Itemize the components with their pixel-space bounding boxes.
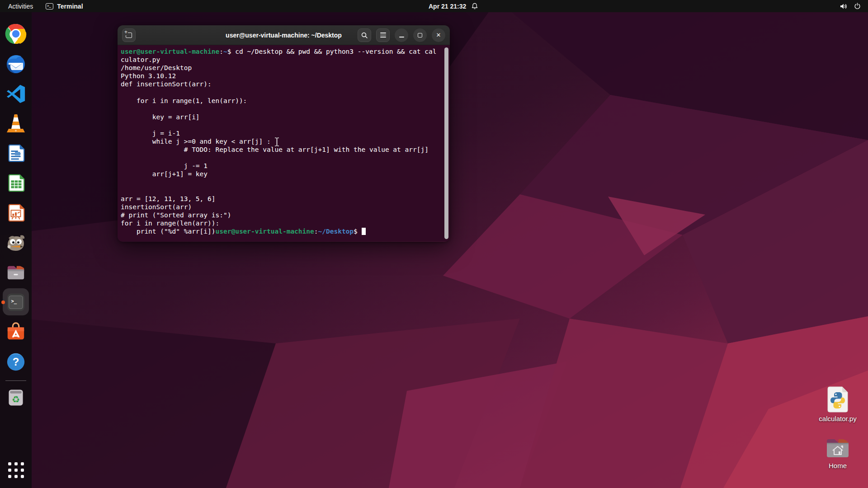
libreoffice-writer-icon	[5, 143, 26, 164]
maximize-icon	[418, 33, 422, 38]
app-grid-icon	[8, 462, 24, 478]
dock-item-chrome[interactable]	[0, 19, 32, 49]
minimize-icon	[399, 37, 404, 38]
menu-button[interactable]	[376, 28, 390, 42]
terminal-scrollbar[interactable]	[444, 47, 448, 239]
dock-item-libreoffice-impress[interactable]	[0, 198, 32, 228]
maximize-button[interactable]	[413, 28, 427, 42]
new-tab-button[interactable]	[122, 28, 136, 42]
search-icon	[361, 32, 368, 38]
dock-item-thunderbird[interactable]	[0, 49, 32, 79]
vscode-icon	[5, 83, 26, 104]
close-icon: ✕	[436, 32, 441, 38]
desktop-icon-home[interactable]: Home	[815, 436, 860, 469]
dock-item-vlc[interactable]	[0, 108, 32, 138]
terminal-body[interactable]: user@user-virtual-machine:~$ cd ~/Deskto…	[118, 45, 450, 241]
minimize-button[interactable]	[395, 28, 408, 42]
terminal-text: user@user-virtual-machine:~$ cd ~/Deskto…	[121, 47, 443, 235]
focused-app-menu[interactable]: >_ Terminal	[41, 0, 87, 12]
files-icon	[5, 262, 26, 283]
dock-item-vscode[interactable]	[0, 79, 32, 108]
svg-text:>_: >_	[11, 298, 17, 304]
show-applications-button[interactable]	[0, 457, 32, 483]
search-button[interactable]	[358, 28, 371, 42]
power-icon	[854, 3, 861, 9]
clock-text: Apr 21 21:32	[429, 3, 466, 10]
svg-text:♻: ♻	[12, 394, 20, 405]
dock-item-libreoffice-writer[interactable]	[0, 138, 32, 168]
close-button[interactable]: ✕	[432, 28, 445, 42]
hamburger-icon	[380, 33, 386, 38]
top-bar: Activities >_ Terminal Apr 21 21:32	[0, 0, 868, 12]
volume-icon	[840, 3, 848, 9]
terminal-app-icon: >_	[46, 3, 53, 9]
vlc-icon	[5, 113, 27, 134]
terminal-header-bar[interactable]: user@user-virtual-machine: ~/Desktop ✕	[118, 25, 450, 45]
gimp-icon	[5, 232, 27, 253]
libreoffice-calc-icon	[5, 173, 26, 193]
python-file-icon	[826, 386, 849, 413]
focused-app-name: Terminal	[57, 3, 83, 10]
dock-item-terminal[interactable]: >_	[0, 287, 32, 317]
activities-button[interactable]: Activities	[0, 0, 41, 12]
trash-icon: ♻	[6, 387, 26, 408]
terminal-icon: >_	[5, 292, 26, 313]
new-tab-icon	[126, 33, 132, 38]
desktop-icon-label: Home	[829, 462, 847, 469]
notification-bell-icon	[472, 3, 478, 9]
system-status-menu[interactable]	[836, 0, 864, 12]
dock-item-files[interactable]	[0, 258, 32, 287]
svg-text:?: ?	[13, 356, 19, 368]
dock: >_ ? ♻	[0, 12, 32, 488]
help-icon: ?	[5, 352, 26, 372]
dock-item-ubuntu-software[interactable]	[0, 317, 32, 347]
dock-running-indicator	[1, 300, 5, 304]
clock-menu[interactable]: Apr 21 21:32	[429, 0, 478, 12]
terminal-window: user@user-virtual-machine: ~/Desktop ✕	[118, 25, 450, 242]
dock-divider	[5, 380, 26, 381]
dock-item-libreoffice-calc[interactable]	[0, 168, 32, 198]
desktop-icon-calculator-py[interactable]: calculator.py	[815, 386, 860, 422]
chrome-icon	[5, 23, 27, 45]
thunderbird-icon	[5, 53, 27, 75]
dock-item-trash[interactable]: ♻	[0, 385, 32, 411]
desktop-icon-label: calculator.py	[819, 415, 856, 422]
dock-item-gimp[interactable]	[0, 228, 32, 258]
dock-item-help[interactable]: ?	[0, 347, 32, 377]
home-folder-icon	[825, 436, 850, 460]
ubuntu-software-icon	[5, 322, 26, 343]
libreoffice-impress-icon	[5, 202, 26, 223]
